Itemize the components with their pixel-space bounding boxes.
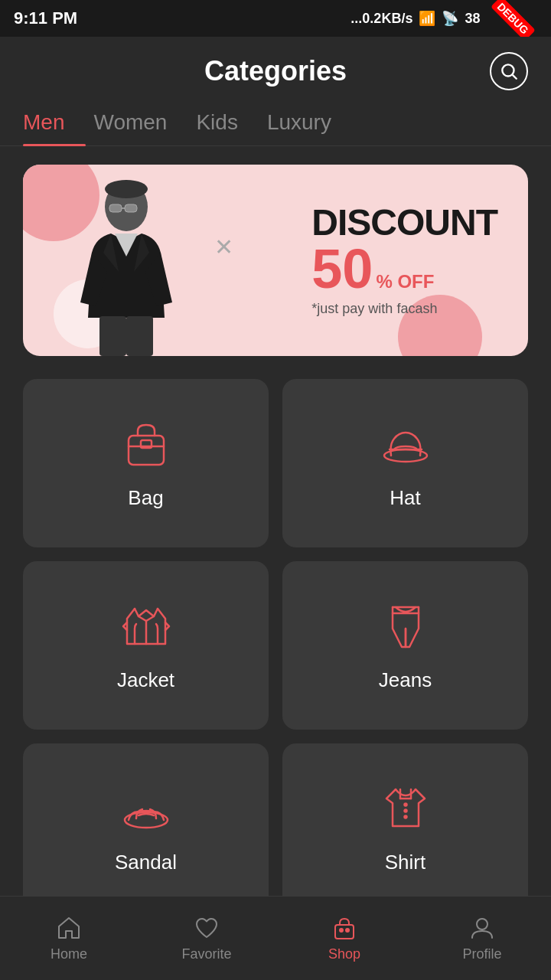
svg-point-22	[404, 809, 406, 812]
banner-percent: 50 % OFF	[311, 241, 497, 296]
nav-shop-label: Shop	[328, 946, 360, 962]
shirt-icon	[379, 782, 432, 835]
hat-label: Hat	[390, 486, 420, 510]
bag-label: Bag	[128, 486, 163, 510]
nav-profile[interactable]: Profile	[413, 914, 551, 962]
banner-deco-x1: ✕	[214, 234, 233, 260]
svg-point-26	[346, 929, 349, 932]
svg-rect-3	[109, 204, 122, 212]
svg-line-1	[513, 75, 517, 79]
category-shirt[interactable]: Shirt	[282, 743, 528, 912]
svg-point-25	[340, 929, 343, 932]
search-button[interactable]	[490, 52, 528, 90]
hat-icon	[379, 417, 432, 471]
banner-container: ✕ ✕	[0, 149, 551, 371]
svg-rect-24	[335, 925, 354, 939]
network-speed: ...0.2KB/s	[350, 11, 412, 27]
discount-banner[interactable]: ✕ ✕	[23, 165, 528, 356]
status-time: 9:11 PM	[14, 8, 77, 28]
svg-rect-8	[126, 316, 153, 356]
category-jeans[interactable]: Jeans	[282, 561, 528, 730]
category-jacket[interactable]: Jacket	[23, 561, 269, 730]
shirt-label: Shirt	[385, 851, 425, 874]
tab-luxury[interactable]: Luxury	[267, 100, 353, 145]
svg-rect-7	[99, 316, 126, 356]
nav-home-label: Home	[51, 946, 87, 962]
debug-badge: DEBUG	[491, 0, 536, 41]
banner-off-label: % OFF	[376, 271, 434, 292]
svg-point-21	[404, 803, 406, 805]
nav-home[interactable]: Home	[0, 914, 138, 962]
nav-favorite[interactable]: Favorite	[138, 914, 276, 962]
profile-icon	[468, 914, 496, 942]
svg-point-6	[105, 180, 148, 198]
category-bag[interactable]: Bag	[23, 379, 269, 547]
search-icon	[499, 61, 519, 81]
tab-women[interactable]: Women	[93, 100, 188, 145]
banner-number: 50	[311, 241, 373, 296]
wifi-icon: 📡	[442, 10, 458, 27]
shop-icon	[331, 914, 358, 942]
battery-level: 38	[465, 11, 480, 27]
sandal-icon	[119, 782, 173, 835]
svg-rect-4	[125, 204, 137, 212]
status-right: ...0.2KB/s 📶 📡 38 DEBUG	[350, 10, 537, 27]
category-grid: Bag Hat Jacket	[0, 371, 551, 920]
status-bar: 9:11 PM ...0.2KB/s 📶 📡 38 DEBUG	[0, 0, 551, 37]
bag-icon	[119, 417, 173, 471]
category-hat[interactable]: Hat	[282, 379, 528, 547]
banner-subtext: *just pay with facash	[311, 301, 497, 317]
header: Categories	[0, 37, 551, 100]
nav-favorite-label: Favorite	[181, 946, 231, 962]
nav-profile-label: Profile	[462, 946, 501, 962]
tab-men[interactable]: Men	[23, 100, 86, 145]
jacket-label: Jacket	[117, 668, 174, 692]
bottom-nav: Home Favorite Shop Profile	[0, 896, 551, 980]
signal-icon: 📶	[419, 10, 435, 27]
home-icon	[55, 914, 83, 942]
banner-person	[46, 172, 207, 356]
heart-icon	[193, 914, 220, 942]
jeans-label: Jeans	[379, 668, 432, 692]
jacket-icon	[119, 599, 173, 653]
banner-text: DISCOUNT 50 % OFF *just pay with facash	[311, 204, 497, 317]
page-title: Categories	[204, 55, 347, 87]
nav-shop[interactable]: Shop	[276, 914, 413, 962]
category-sandal[interactable]: Sandal	[23, 743, 269, 912]
svg-point-27	[477, 919, 487, 929]
category-tabs: Men Women Kids Luxury	[0, 100, 551, 146]
jeans-icon	[379, 599, 432, 653]
svg-point-23	[404, 815, 406, 818]
tab-kids[interactable]: Kids	[196, 100, 259, 145]
sandal-label: Sandal	[115, 851, 177, 874]
banner-discount-label: DISCOUNT	[311, 204, 497, 241]
